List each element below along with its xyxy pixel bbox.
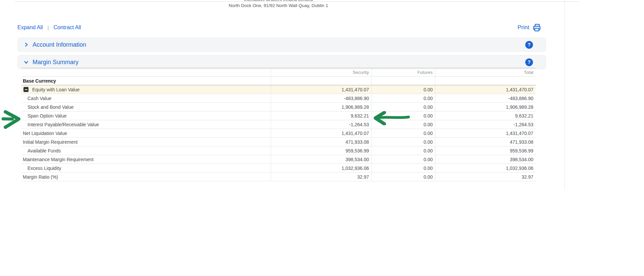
security-value: 9,632.21 (271, 111, 372, 120)
row-label: Equity with Loan Value (32, 87, 79, 92)
row-label: Initial Margin Requirement (23, 139, 77, 145)
header-security: Security (271, 68, 372, 76)
total-value: -1,264.53 (435, 120, 536, 129)
futures-value: 0.00 (372, 85, 435, 94)
security-value: 471,933.08 (271, 138, 372, 146)
row-label: Stock and Bond Value (28, 104, 74, 110)
total-value: 1,032,936.06 (435, 164, 536, 172)
row-label: Net Liquidation Value (23, 131, 67, 136)
total-value: 398,534.00 (435, 155, 536, 164)
help-icon[interactable]: ? (525, 58, 533, 66)
section-title-account-information: Account Information (33, 41, 525, 48)
toolbar-separator: | (48, 25, 49, 31)
row-label: Margin Ratio (%) (23, 174, 58, 180)
total-value: 1,431,470.07 (435, 129, 536, 137)
security-value: 1,032,936.06 (271, 164, 372, 172)
header-label-column (21, 68, 271, 76)
security-value: 959,536.99 (271, 146, 372, 155)
header-total: Total (435, 68, 536, 76)
futures-value: 0.00 (372, 155, 435, 164)
expand-all-link[interactable]: Expand All (17, 25, 43, 31)
table-row: Equity with Loan Value 1,431,470.07 0.00… (21, 85, 536, 94)
futures-value: 0.00 (372, 146, 435, 155)
section-title-margin-summary: Margin Summary (33, 59, 525, 66)
security-value: -1,264.53 (271, 120, 372, 129)
row-label: Available Funds (28, 148, 61, 153)
security-value: -483,886.90 (271, 94, 372, 102)
security-value: 1,431,470.07 (271, 85, 372, 94)
annotation-arrow-right-icon (2, 110, 21, 131)
table-row: Net Liquidation Value 1,431,470.07 0.00 … (21, 129, 536, 138)
futures-value: 0.00 (372, 94, 435, 102)
row-label: Cash Value (28, 96, 51, 101)
company-name: Interactive Brokers Ireland Limited (0, 0, 557, 2)
security-value: 1,431,470.07 (271, 129, 372, 137)
table-row: Stock and Bond Value 1,906,989.28 0.00 1… (21, 103, 536, 111)
total-value: 1,431,470.07 (435, 85, 536, 94)
table-row: Initial Margin Requirement 471,933.08 0.… (21, 138, 536, 146)
futures-value: 0.00 (372, 111, 435, 120)
print-label: Print (518, 24, 529, 31)
table-row: Margin Ratio (%) 32.97 0.00 32.97 (21, 173, 536, 181)
total-value: 32.97 (435, 173, 536, 181)
futures-value: 0.00 (372, 173, 435, 181)
section-account-information[interactable]: Account Information ? (17, 38, 546, 52)
table-body: Equity with Loan Value 1,431,470.07 0.00… (21, 85, 536, 181)
section-margin-summary[interactable]: Margin Summary ? (17, 55, 546, 69)
total-value: 1,906,989.28 (435, 103, 536, 111)
table-row: Excess Liquidity 1,032,936.06 0.00 1,032… (21, 164, 536, 173)
futures-value: 0.00 (372, 129, 435, 137)
company-address: North Dock One, 91/92 North Wall Quay, D… (0, 3, 557, 8)
row-label: Span Option Value (28, 113, 67, 119)
futures-value: 0.00 (372, 120, 435, 129)
total-value: 9,632.21 (435, 111, 536, 120)
row-label: Excess Liquidity (28, 166, 61, 171)
security-value: 32.97 (271, 173, 372, 181)
table-row: Span Option Value 9,632.21 0.00 9,632.21 (21, 111, 536, 120)
header-futures: Futures (372, 68, 435, 76)
futures-value: 0.00 (372, 164, 435, 172)
total-value: 471,933.08 (435, 138, 536, 146)
table-row: Maintenance Margin Requirement 398,534.0… (21, 155, 536, 164)
chevron-down-icon (24, 60, 29, 64)
security-value: 1,906,989.28 (271, 103, 372, 111)
table-row: Interest Payable/Receivable Value -1,264… (21, 120, 536, 129)
total-value: 959,536.99 (435, 146, 536, 155)
margin-summary-table: Security Futures Total Base Currency Equ… (21, 68, 536, 181)
toolbar: Expand All | Contract All Print (17, 21, 546, 34)
help-icon[interactable]: ? (525, 41, 533, 49)
group-header-row: Base Currency (21, 77, 536, 85)
printer-icon (532, 23, 541, 32)
contract-all-link[interactable]: Contract All (54, 25, 81, 31)
collapse-minus-icon[interactable] (23, 87, 29, 92)
row-label: Interest Payable/Receivable Value (28, 122, 99, 127)
chevron-right-icon (24, 42, 29, 47)
table-row: Cash Value -483,886.90 0.00 -483,886.90 (21, 94, 536, 103)
print-button[interactable]: Print (518, 23, 541, 32)
group-header-label: Base Currency (21, 77, 271, 85)
table-row: Available Funds 959,536.99 0.00 959,536.… (21, 146, 536, 155)
futures-value: 0.00 (372, 103, 435, 111)
security-value: 398,534.00 (271, 155, 372, 164)
futures-value: 0.00 (372, 138, 435, 146)
content-right-border (565, 0, 565, 190)
row-label: Maintenance Margin Requirement (23, 157, 94, 162)
table-header-row: Security Futures Total (21, 68, 536, 77)
total-value: -483,886.90 (435, 94, 536, 102)
